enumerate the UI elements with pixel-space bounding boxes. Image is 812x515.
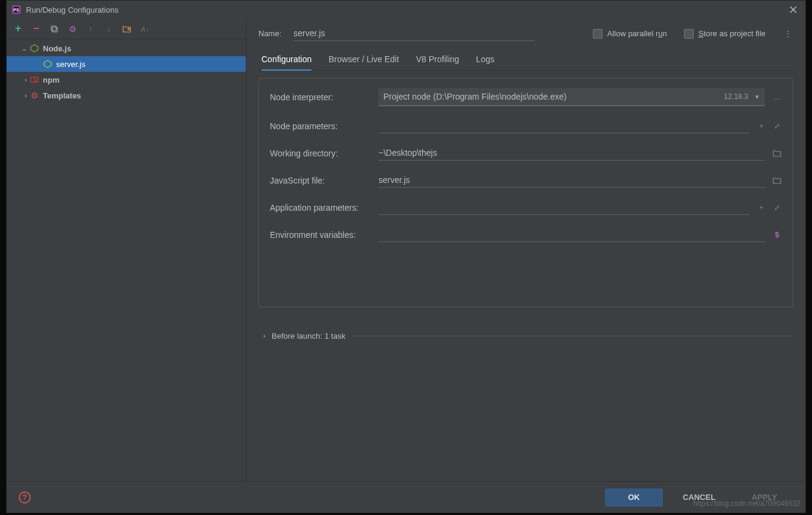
divider — [353, 336, 793, 336]
node-interpreter-label: Node interpreter: — [270, 92, 379, 102]
node-interpreter-value: Project node (D:\Program Files\nodejs\no… — [383, 92, 566, 101]
svg-marker-10 — [44, 60, 51, 68]
nodejs-icon — [43, 59, 53, 69]
tree-node-nodejs[interactable]: ⌄ Node.js — [7, 40, 246, 56]
close-button[interactable] — [786, 2, 801, 17]
toolbar: + − ⚙ ↑ ↓ A↓ — [7, 19, 246, 39]
tree-node-npm[interactable]: ⌄ npm — [7, 72, 246, 88]
move-down-button[interactable]: ↓ — [103, 24, 114, 34]
add-config-button[interactable]: + — [13, 24, 24, 34]
application-parameters-input[interactable] — [379, 200, 749, 215]
nodejs-icon — [30, 43, 39, 53]
tree-leaf-serverjs[interactable]: server.js — [7, 56, 246, 72]
name-label: Name: — [258, 29, 281, 38]
environment-variables-label: Environment variables: — [270, 230, 379, 240]
folder-button[interactable] — [121, 24, 132, 34]
node-interpreter-select[interactable]: Project node (D:\Program Files\nodejs\no… — [379, 88, 765, 106]
npm-icon — [30, 75, 39, 85]
allow-parallel-checkbox[interactable]: Allow parallel run — [593, 29, 667, 39]
dialog-window: PS Run/Debug Configurations + − ⚙ ↑ ↓ — [6, 0, 806, 513]
more-options-button[interactable]: ⋮ — [782, 29, 793, 38]
working-directory-input[interactable] — [379, 146, 765, 161]
before-launch-section[interactable]: ⌄ Before launch: 1 task — [258, 331, 793, 341]
svg-rect-6 — [53, 27, 57, 32]
node-parameters-label: Node parameters: — [270, 121, 379, 131]
svg-marker-9 — [31, 45, 38, 52]
node-version: 12.18.3 — [724, 92, 748, 101]
chevron-right-icon: ⌄ — [21, 75, 28, 84]
name-input[interactable] — [293, 26, 535, 41]
gear-icon: ⚙ — [30, 91, 39, 100]
tree-label: Node.js — [43, 44, 71, 53]
tab-v8-profiling[interactable]: V8 Profiling — [416, 50, 459, 70]
tab-logs[interactable]: Logs — [476, 50, 494, 70]
application-parameters-label: Application parameters: — [270, 203, 379, 213]
sort-button[interactable]: A↓ — [139, 24, 150, 34]
tree-label: server.js — [56, 60, 85, 69]
svg-rect-5 — [51, 26, 56, 31]
environment-variables-input[interactable] — [379, 227, 765, 242]
config-tabs: Configuration Browser / Live Edit V8 Pro… — [258, 50, 793, 71]
move-up-button[interactable]: ↑ — [85, 24, 96, 34]
tree-label: Templates — [43, 91, 81, 100]
checkbox-box — [593, 29, 603, 39]
titlebar: PS Run/Debug Configurations — [7, 1, 805, 19]
javascript-file-label: JavaScript file: — [270, 176, 379, 185]
folder-icon[interactable] — [772, 176, 782, 185]
config-tree: ⌄ Node.js server.js ⌄ — [7, 39, 246, 481]
settings-button[interactable]: ⚙ — [67, 24, 78, 34]
copy-config-button[interactable] — [49, 24, 60, 34]
chevron-right-icon: ⌄ — [21, 91, 28, 100]
plus-icon[interactable]: ＋ — [756, 203, 766, 213]
dollar-icon[interactable]: $ — [772, 230, 782, 240]
help-button[interactable]: ? — [19, 491, 31, 504]
working-directory-label: Working directory: — [270, 149, 379, 158]
checkbox-box — [684, 29, 694, 39]
tab-configuration[interactable]: Configuration — [261, 50, 312, 70]
cancel-button[interactable]: CANCEL — [670, 488, 728, 507]
chevron-down-icon: ▼ — [754, 94, 760, 100]
plus-icon[interactable]: ＋ — [756, 121, 766, 131]
tab-browser-live-edit[interactable]: Browser / Live Edit — [328, 50, 399, 70]
config-form: Node interpreter: Project node (D:\Progr… — [258, 78, 793, 307]
remove-config-button[interactable]: − — [31, 24, 42, 34]
chevron-right-icon: ⌄ — [260, 332, 266, 341]
sidebar: + − ⚙ ↑ ↓ A↓ ⌄ Node.js — [7, 19, 246, 481]
window-title: Run/Debug Configurations — [26, 5, 118, 14]
checkbox-label: Allow parallel run — [607, 29, 667, 38]
folder-icon[interactable] — [772, 149, 782, 158]
chevron-down-icon: ⌄ — [20, 45, 28, 52]
expand-icon[interactable]: ⤢ — [772, 121, 782, 131]
dialog-footer: ? OK CANCEL APPLY — [7, 481, 805, 513]
before-launch-label: Before launch: 1 task — [272, 331, 345, 341]
main-panel: Name: Allow parallel run Store as projec… — [246, 19, 805, 481]
tree-label: npm — [43, 75, 59, 85]
app-icon: PS — [11, 5, 21, 14]
ellipsis-button[interactable]: … — [772, 92, 782, 102]
ok-button[interactable]: OK — [605, 488, 663, 507]
store-project-checkbox[interactable]: Store as project file — [684, 29, 766, 39]
checkbox-label: Store as project file — [699, 29, 766, 38]
tree-node-templates[interactable]: ⌄ ⚙ Templates — [7, 88, 246, 103]
javascript-file-input[interactable] — [379, 173, 765, 188]
svg-text:PS: PS — [13, 8, 19, 12]
apply-button: APPLY — [735, 488, 793, 507]
node-parameters-input[interactable] — [379, 118, 749, 133]
expand-icon[interactable]: ⤢ — [772, 203, 782, 213]
